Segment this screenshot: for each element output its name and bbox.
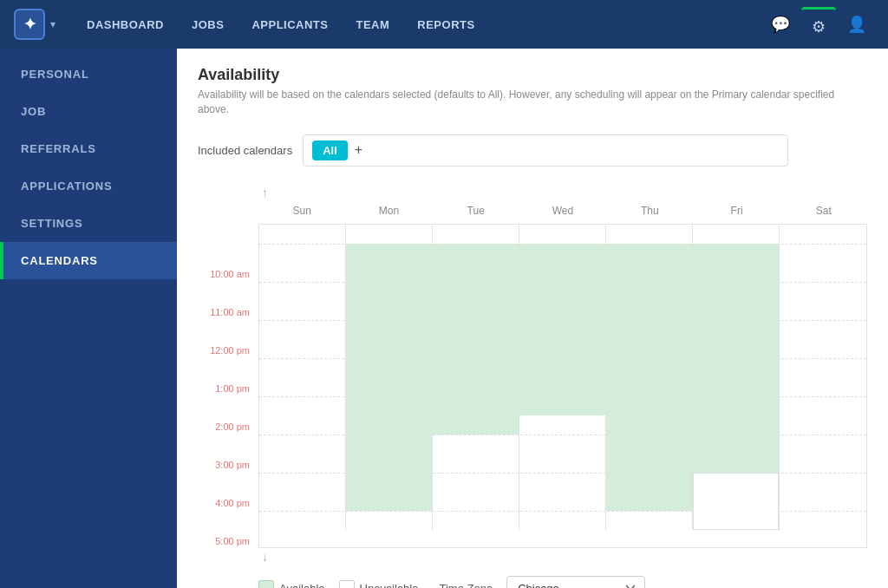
chat-icon: 💬 xyxy=(771,15,790,34)
calendar-grid-container: ↑ Sun Mon Tue Wed Thu Fri Sat 10:00 am 1… xyxy=(198,184,867,588)
calendar-body: 10:00 am 11:00 am 12:00 pm 1:00 pm 2:00 … xyxy=(198,224,867,548)
scroll-up-arrow[interactable]: ↑ xyxy=(198,184,867,201)
avail-mon-full xyxy=(346,244,432,511)
included-calendars-row: Included calendars All + xyxy=(198,134,867,167)
settings-icon-btn[interactable]: ⚙ xyxy=(801,7,836,42)
user-icon: 👤 xyxy=(847,15,866,34)
grid-col-sat[interactable] xyxy=(780,225,866,530)
time-label-3pm: 3:00 pm xyxy=(198,434,258,472)
logo-icon: ✦ xyxy=(14,9,45,40)
grid-col-sun[interactable] xyxy=(259,225,346,530)
time-column: 10:00 am 11:00 am 12:00 pm 1:00 pm 2:00 … xyxy=(198,224,258,548)
time-label-empty xyxy=(198,224,258,243)
grid-col-tue[interactable] xyxy=(433,225,519,530)
profile-icon-btn[interactable]: 👤 xyxy=(839,7,874,42)
time-label-5pm: 5:00 pm xyxy=(198,510,258,548)
time-label-2pm: 2:00 pm xyxy=(198,395,258,434)
time-label-4pm: 4:00 pm xyxy=(198,472,258,510)
timezone-select[interactable]: Chicago xyxy=(506,576,645,588)
time-label-12pm: 12:00 pm xyxy=(198,319,258,357)
all-button[interactable]: All xyxy=(312,140,348,160)
main-layout: PERSONAL JOB REFERRALS APPLICATIONS SETT… xyxy=(0,49,888,588)
available-label: Available xyxy=(279,582,325,588)
day-header-thu: Thu xyxy=(606,201,693,224)
avail-tue xyxy=(433,244,519,434)
time-label-10am: 10:00 am xyxy=(198,243,258,281)
day-header-tue: Tue xyxy=(433,201,519,224)
sidebar-item-referrals[interactable]: REFERRALS xyxy=(0,130,177,167)
nav-team[interactable]: TEAM xyxy=(345,11,400,38)
nav-dashboard[interactable]: DASHBOARD xyxy=(76,11,174,38)
scroll-down-arrow[interactable]: ↓ xyxy=(198,548,867,565)
gear-icon: ⚙ xyxy=(812,17,826,36)
day-header-sun: Sun xyxy=(258,201,345,224)
sidebar-item-job[interactable]: JOB xyxy=(0,93,177,130)
add-calendar-button[interactable]: + xyxy=(355,142,362,158)
top-nav: ✦ ▾ DASHBOARD JOBS APPLICANTS TEAM REPOR… xyxy=(0,0,888,49)
legend-available: Available xyxy=(258,580,325,588)
messages-icon-btn[interactable]: 💬 xyxy=(763,7,798,42)
time-label-11am: 11:00 am xyxy=(198,281,258,319)
unavailable-label: Unavailable xyxy=(360,582,419,588)
calendar-header: Sun Mon Tue Wed Thu Fri Sat xyxy=(198,201,867,224)
unavail-fri xyxy=(693,473,779,530)
grid-col-thu[interactable] xyxy=(606,225,693,530)
time-label-1pm: 1:00 pm xyxy=(198,357,258,395)
logo-area[interactable]: ✦ ▾ xyxy=(14,9,56,40)
sidebar: PERSONAL JOB REFERRALS APPLICATIONS SETT… xyxy=(0,49,177,588)
availability-title: Availability xyxy=(198,66,867,84)
calendars-input-area[interactable]: All + xyxy=(303,134,788,167)
nav-links: DASHBOARD JOBS APPLICANTS TEAM REPORTS xyxy=(76,11,763,38)
avail-fri xyxy=(693,244,779,473)
nav-jobs[interactable]: JOBS xyxy=(181,11,234,38)
nav-reports[interactable]: REPORTS xyxy=(407,11,485,38)
availability-description: Availability will be based on the calend… xyxy=(198,88,867,117)
grid-col-fri[interactable] xyxy=(693,225,780,530)
sidebar-item-calendars[interactable]: CALENDARS xyxy=(0,242,177,279)
included-calendars-label: Included calendars xyxy=(198,144,292,157)
day-header-fri: Fri xyxy=(693,201,780,224)
sidebar-item-personal[interactable]: PERSONAL xyxy=(0,56,177,93)
main-content: Availability Availability will be based … xyxy=(177,49,888,588)
nav-icons: 💬 ⚙ 👤 xyxy=(763,7,874,42)
logo-chevron-icon: ▾ xyxy=(50,18,56,30)
day-header-sat: Sat xyxy=(780,201,867,224)
available-legend-box xyxy=(258,580,274,588)
sidebar-item-applications[interactable]: APPLICATIONS xyxy=(0,167,177,205)
calendar-grid xyxy=(258,224,867,548)
timezone-label: Time Zone xyxy=(439,582,493,588)
legend-unavailable: Unavailable xyxy=(339,580,419,588)
unavailable-legend-box xyxy=(339,580,355,588)
grid-col-mon[interactable] xyxy=(346,225,433,530)
day-header-mon: Mon xyxy=(345,201,432,224)
grid-col-wed[interactable] xyxy=(519,225,606,530)
calendar-footer: Available Unavailable Time Zone Chicago xyxy=(198,576,867,588)
avail-wed xyxy=(519,244,605,415)
sidebar-item-settings[interactable]: SETTINGS xyxy=(0,205,177,242)
nav-applicants[interactable]: APPLICANTS xyxy=(241,11,338,38)
avail-thu xyxy=(606,244,692,511)
day-header-wed: Wed xyxy=(519,201,606,224)
